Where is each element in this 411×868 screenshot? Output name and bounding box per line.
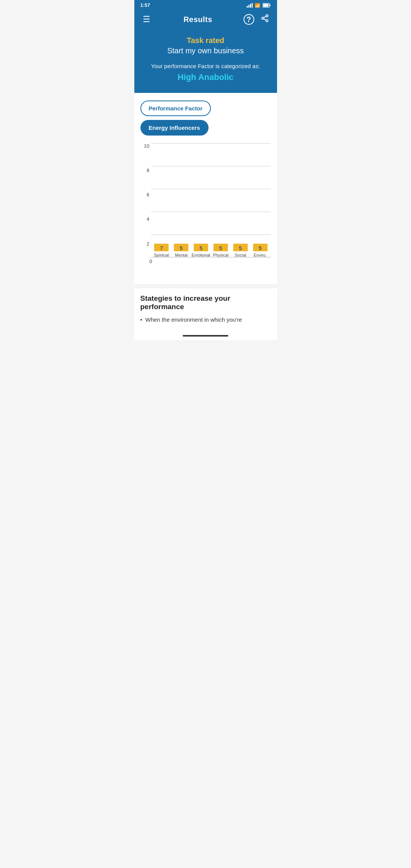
y-label-6: 6 <box>140 192 150 198</box>
tab-performance-factor[interactable]: Performance Factor <box>140 101 211 116</box>
chart-area: 7 Spiritual 5 Mental 5 Emotional <box>151 143 271 257</box>
bar-group-physical: 5 Physical <box>211 244 231 257</box>
main-content: Performance Factor Energy Influencers 10… <box>134 93 277 284</box>
strategy-text-1: When the environment in which you're <box>145 316 242 324</box>
page-title: Results <box>183 15 212 24</box>
bar-label-spiritual: Spiritual <box>154 253 169 257</box>
bar-social: 5 <box>233 244 248 251</box>
performance-category: High Anabolic <box>142 72 269 82</box>
chart-container: 10 8 6 4 2 7 Spiritual <box>140 143 271 273</box>
svg-line-12 <box>263 16 266 18</box>
y-label-0: 0 <box>150 258 152 264</box>
bar-group-emotional: 5 Emotional <box>191 244 211 257</box>
performance-text: Your performance Factor is categorized a… <box>142 62 269 71</box>
home-indicator <box>134 332 277 340</box>
home-bar <box>183 335 228 337</box>
tabs-container: Performance Factor Energy Influencers <box>140 101 271 136</box>
bar-physical: 5 <box>213 244 228 251</box>
help-button[interactable]: ? <box>244 14 254 25</box>
bar-spiritual: 7 <box>154 244 169 251</box>
bar-label-social: Social <box>235 253 246 257</box>
y-label-4: 4 <box>140 216 150 222</box>
y-label-2: 2 <box>140 241 150 247</box>
svg-rect-0 <box>247 6 248 8</box>
menu-button[interactable]: ☰ <box>140 14 153 24</box>
wifi-icon: 📶 <box>255 3 261 8</box>
bar-emotional: 5 <box>194 244 208 251</box>
signal-icon <box>247 3 253 8</box>
bar-mental: 5 <box>174 244 188 251</box>
bar-value-physical: 5 <box>219 245 222 251</box>
bullet-1: • <box>140 316 142 324</box>
bar-value-spiritual: 7 <box>160 245 163 251</box>
svg-line-11 <box>263 19 266 20</box>
task-name: Start my own business <box>142 46 269 55</box>
bar-enviro: 5 <box>253 244 268 251</box>
share-button[interactable] <box>259 14 271 25</box>
y-axis: 10 8 6 4 2 <box>140 143 150 247</box>
bar-label-physical: Physical <box>213 253 228 257</box>
task-rated-label: Task rated <box>142 36 269 45</box>
top-nav: ☰ Results ? <box>134 10 277 30</box>
svg-rect-2 <box>250 4 251 8</box>
tab-energy-influencers[interactable]: Energy Influencers <box>140 120 209 136</box>
status-icons: 📶 <box>247 3 271 8</box>
status-bar: 1:57 📶 <box>134 0 277 10</box>
bar-label-enviro: Enviro. <box>253 253 266 257</box>
svg-rect-1 <box>248 5 249 8</box>
strategies-title: Stategies to increase your performance <box>140 294 271 311</box>
svg-text:📶: 📶 <box>255 3 260 8</box>
strategies-section: Stategies to increase your performance •… <box>134 288 277 332</box>
svg-rect-3 <box>252 3 253 8</box>
bar-value-social: 5 <box>239 245 242 251</box>
bar-value-emotional: 5 <box>199 245 202 251</box>
battery-icon <box>263 3 271 8</box>
bars-area: 7 Spiritual 5 Mental 5 Emotional <box>151 143 271 257</box>
bar-value-enviro: 5 <box>259 245 262 251</box>
y-label-8: 8 <box>140 168 150 173</box>
nav-right-icons: ? <box>244 14 271 25</box>
bar-label-mental: Mental <box>175 253 188 257</box>
header-banner: Task rated Start my own business Your pe… <box>134 30 277 93</box>
svg-rect-6 <box>270 5 271 6</box>
status-time: 1:57 <box>140 2 150 8</box>
bar-group-enviro: 5 Enviro. <box>250 244 270 257</box>
svg-rect-7 <box>263 4 268 6</box>
bar-group-social: 5 Social <box>231 244 250 257</box>
bar-value-mental: 5 <box>180 245 183 251</box>
y-label-10: 10 <box>140 143 150 149</box>
strategy-item-1: • When the environment in which you're <box>140 316 271 324</box>
bar-group-mental: 5 Mental <box>171 244 191 257</box>
bar-group-spiritual: 7 Spiritual <box>152 244 172 257</box>
bar-label-emotional: Emotional <box>192 253 210 257</box>
